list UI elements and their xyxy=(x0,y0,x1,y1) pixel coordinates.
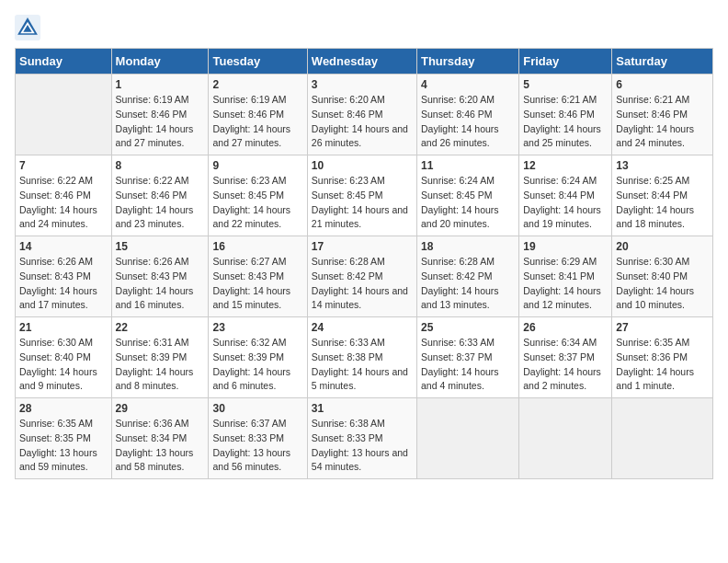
sunrise-text: Sunrise: 6:33 AM xyxy=(421,337,495,348)
day-number: 25 xyxy=(421,321,515,334)
calendar-cell xyxy=(16,75,112,155)
daylight-text: Daylight: 14 hours and 9 minutes. xyxy=(19,366,97,392)
day-number: 13 xyxy=(616,159,709,172)
cell-info: Sunrise: 6:35 AMSunset: 8:35 PMDaylight:… xyxy=(19,417,108,475)
sunset-text: Sunset: 8:46 PM xyxy=(19,190,91,201)
day-number: 19 xyxy=(523,240,608,253)
day-number: 5 xyxy=(523,78,608,91)
calendar-cell: 10Sunrise: 6:23 AMSunset: 8:45 PMDayligh… xyxy=(307,155,416,236)
sunset-text: Sunset: 8:37 PM xyxy=(421,351,493,362)
cell-info: Sunrise: 6:21 AMSunset: 8:46 PMDaylight:… xyxy=(523,93,608,151)
cell-info: Sunrise: 6:30 AMSunset: 8:40 PMDaylight:… xyxy=(616,255,709,313)
cell-info: Sunrise: 6:23 AMSunset: 8:45 PMDaylight:… xyxy=(212,174,302,232)
day-number: 22 xyxy=(116,321,205,334)
calendar-cell xyxy=(519,398,612,479)
daylight-text: Daylight: 14 hours and 14 minutes. xyxy=(312,285,408,311)
day-number: 28 xyxy=(19,402,108,415)
sunrise-text: Sunrise: 6:30 AM xyxy=(616,256,689,267)
calendar-cell: 4Sunrise: 6:20 AMSunset: 8:46 PMDaylight… xyxy=(416,75,518,155)
cell-info: Sunrise: 6:21 AMSunset: 8:46 PMDaylight:… xyxy=(616,93,709,151)
calendar-week-row: 1Sunrise: 6:19 AMSunset: 8:46 PMDaylight… xyxy=(16,75,713,155)
calendar-cell: 12Sunrise: 6:24 AMSunset: 8:44 PMDayligh… xyxy=(519,155,612,236)
cell-info: Sunrise: 6:29 AMSunset: 8:41 PMDaylight:… xyxy=(523,255,608,313)
sunrise-text: Sunrise: 6:29 AM xyxy=(523,256,597,267)
sunset-text: Sunset: 8:46 PM xyxy=(116,109,188,120)
sunset-text: Sunset: 8:40 PM xyxy=(616,270,688,282)
calendar-cell: 24Sunrise: 6:33 AMSunset: 8:38 PMDayligh… xyxy=(307,317,416,398)
sunrise-text: Sunrise: 6:19 AM xyxy=(212,94,286,105)
calendar-cell: 26Sunrise: 6:34 AMSunset: 8:37 PMDayligh… xyxy=(519,317,612,398)
calendar-cell xyxy=(416,398,518,479)
day-number: 3 xyxy=(312,78,413,91)
calendar-cell: 3Sunrise: 6:20 AMSunset: 8:46 PMDaylight… xyxy=(307,75,416,155)
cell-info: Sunrise: 6:26 AMSunset: 8:43 PMDaylight:… xyxy=(116,255,205,313)
day-of-week-header: Thursday xyxy=(416,49,518,75)
sunrise-text: Sunrise: 6:19 AM xyxy=(116,94,189,105)
calendar-cell: 11Sunrise: 6:24 AMSunset: 8:45 PMDayligh… xyxy=(416,155,518,236)
sunset-text: Sunset: 8:44 PM xyxy=(523,190,595,201)
day-number: 26 xyxy=(523,321,608,334)
day-number: 21 xyxy=(19,321,108,334)
page-header xyxy=(15,15,713,40)
cell-info: Sunrise: 6:22 AMSunset: 8:46 PMDaylight:… xyxy=(116,174,205,232)
cell-info: Sunrise: 6:27 AMSunset: 8:43 PMDaylight:… xyxy=(212,255,302,313)
sunrise-text: Sunrise: 6:31 AM xyxy=(116,337,189,348)
day-number: 1 xyxy=(116,78,205,91)
day-number: 18 xyxy=(421,240,515,253)
daylight-text: Daylight: 14 hours and 17 minutes. xyxy=(19,285,97,311)
calendar-week-row: 21Sunrise: 6:30 AMSunset: 8:40 PMDayligh… xyxy=(16,317,713,398)
days-of-week-row: SundayMondayTuesdayWednesdayThursdayFrid… xyxy=(16,49,713,75)
sunset-text: Sunset: 8:43 PM xyxy=(212,270,284,282)
cell-info: Sunrise: 6:33 AMSunset: 8:37 PMDaylight:… xyxy=(421,336,515,394)
calendar-cell: 1Sunrise: 6:19 AMSunset: 8:46 PMDaylight… xyxy=(111,75,209,155)
sunrise-text: Sunrise: 6:24 AM xyxy=(523,175,597,186)
day-number: 9 xyxy=(212,159,302,172)
daylight-text: Daylight: 14 hours and 27 minutes. xyxy=(116,123,194,149)
day-number: 20 xyxy=(616,240,709,253)
sunrise-text: Sunrise: 6:28 AM xyxy=(421,256,495,267)
sunset-text: Sunset: 8:33 PM xyxy=(212,432,284,443)
sunset-text: Sunset: 8:38 PM xyxy=(312,351,383,362)
calendar-cell: 27Sunrise: 6:35 AMSunset: 8:36 PMDayligh… xyxy=(612,317,713,398)
sunset-text: Sunset: 8:46 PM xyxy=(212,109,284,120)
day-number: 24 xyxy=(312,321,413,334)
calendar-cell: 6Sunrise: 6:21 AMSunset: 8:46 PMDaylight… xyxy=(612,75,713,155)
day-number: 10 xyxy=(312,159,413,172)
cell-info: Sunrise: 6:24 AMSunset: 8:45 PMDaylight:… xyxy=(421,174,515,232)
day-of-week-header: Saturday xyxy=(612,49,713,75)
day-number: 29 xyxy=(116,402,205,415)
daylight-text: Daylight: 14 hours and 21 minutes. xyxy=(312,204,408,230)
day-number: 31 xyxy=(312,402,413,415)
day-of-week-header: Wednesday xyxy=(307,49,416,75)
calendar-cell: 31Sunrise: 6:38 AMSunset: 8:33 PMDayligh… xyxy=(307,398,416,479)
daylight-text: Daylight: 14 hours and 24 minutes. xyxy=(616,123,694,149)
sunset-text: Sunset: 8:40 PM xyxy=(19,351,91,362)
sunrise-text: Sunrise: 6:20 AM xyxy=(312,94,385,105)
sunrise-text: Sunrise: 6:23 AM xyxy=(312,175,385,186)
sunrise-text: Sunrise: 6:24 AM xyxy=(421,175,495,186)
cell-info: Sunrise: 6:28 AMSunset: 8:42 PMDaylight:… xyxy=(312,255,413,313)
day-of-week-header: Friday xyxy=(519,49,612,75)
day-number: 2 xyxy=(212,78,302,91)
day-number: 16 xyxy=(212,240,302,253)
logo-icon xyxy=(15,15,40,40)
daylight-text: Daylight: 14 hours and 6 minutes. xyxy=(212,366,290,392)
sunrise-text: Sunrise: 6:27 AM xyxy=(212,256,286,267)
sunrise-text: Sunrise: 6:21 AM xyxy=(616,94,689,105)
sunset-text: Sunset: 8:34 PM xyxy=(116,432,188,443)
sunset-text: Sunset: 8:35 PM xyxy=(19,432,91,443)
daylight-text: Daylight: 13 hours and 58 minutes. xyxy=(116,447,194,473)
cell-info: Sunrise: 6:34 AMSunset: 8:37 PMDaylight:… xyxy=(523,336,608,394)
sunset-text: Sunset: 8:42 PM xyxy=(421,270,493,282)
daylight-text: Daylight: 14 hours and 10 minutes. xyxy=(616,285,694,311)
cell-info: Sunrise: 6:38 AMSunset: 8:33 PMDaylight:… xyxy=(312,417,413,475)
daylight-text: Daylight: 14 hours and 15 minutes. xyxy=(212,285,290,311)
sunrise-text: Sunrise: 6:26 AM xyxy=(19,256,93,267)
sunrise-text: Sunrise: 6:21 AM xyxy=(523,94,597,105)
daylight-text: Daylight: 14 hours and 5 minutes. xyxy=(312,366,408,392)
cell-info: Sunrise: 6:19 AMSunset: 8:46 PMDaylight:… xyxy=(212,93,302,151)
cell-info: Sunrise: 6:20 AMSunset: 8:46 PMDaylight:… xyxy=(312,93,413,151)
daylight-text: Daylight: 13 hours and 54 minutes. xyxy=(312,447,408,473)
calendar-cell: 5Sunrise: 6:21 AMSunset: 8:46 PMDaylight… xyxy=(519,75,612,155)
calendar-cell: 9Sunrise: 6:23 AMSunset: 8:45 PMDaylight… xyxy=(209,155,307,236)
